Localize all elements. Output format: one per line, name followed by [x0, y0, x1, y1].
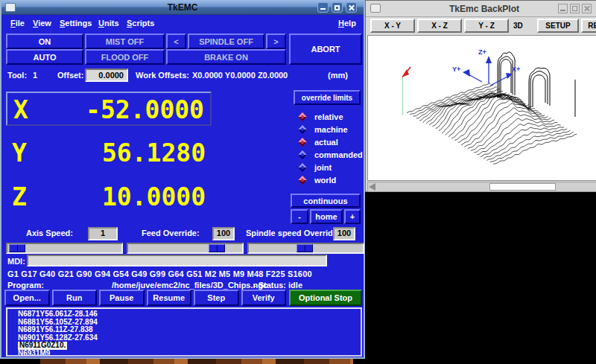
z-axis-label: Z+: [478, 48, 486, 56]
tkemc-titlebar[interactable]: TkEMC: [1, 0, 364, 15]
program-path: /home/juve/emc2/nc_files/3D_Chips.ngc: [112, 281, 267, 290]
home-button[interactable]: home: [310, 209, 343, 224]
scroll-left-icon[interactable]: [369, 183, 375, 191]
dro-y-label: Y: [12, 138, 27, 167]
menu-scripts[interactable]: Scripts: [127, 19, 154, 28]
reset-button[interactable]: RESET: [581, 19, 596, 33]
menu-units[interactable]: Units: [98, 19, 119, 28]
view-3d-label[interactable]: 3D: [513, 22, 523, 30]
spindle-override-label: Spindle speed Override:: [246, 229, 340, 237]
menubar: File View Settings Units Scripts Help: [1, 16, 364, 31]
view-xz-button[interactable]: X - Z: [417, 19, 462, 33]
spindle-button[interactable]: SPINDLE OFF: [188, 33, 264, 49]
y-axis-label: Y+: [452, 66, 460, 73]
window-title: TkEMC: [1, 2, 364, 13]
tool-value: 1: [33, 71, 37, 80]
feed-override-slider-thumb[interactable]: [209, 244, 225, 252]
flood-button[interactable]: FLOOD OFF: [85, 49, 165, 65]
brake-button[interactable]: BRAKE ON: [166, 49, 286, 65]
dro-z-value: 10.0000: [102, 182, 206, 211]
program-status: - Status: idle: [253, 281, 302, 290]
desktop-wallpaper-strip: [40, 359, 353, 364]
program-label: Program:: [7, 281, 44, 290]
axis-speed-slider-thumb[interactable]: [9, 244, 25, 252]
dro-axis-y[interactable]: Y 56.1280: [6, 136, 212, 170]
jog-plus-button[interactable]: +: [344, 209, 361, 224]
pause-button[interactable]: Pause: [99, 290, 145, 306]
dro-x-label: X: [13, 95, 28, 124]
x-axis-label: X+: [512, 66, 520, 73]
radio-joint-diamond-icon: [298, 163, 306, 171]
backplot-toolbar: X - Y X - Z Y - Z 3D SETUP RESET: [366, 17, 596, 35]
run-button[interactable]: Run: [52, 290, 98, 306]
dro-axis-z[interactable]: Z 10.0000: [6, 180, 212, 214]
setup-button[interactable]: SETUP: [537, 19, 579, 33]
dro-x-value: -52.0000: [86, 95, 204, 124]
feed-override-slider[interactable]: [127, 243, 244, 254]
backplot-close-icon[interactable]: [582, 4, 592, 13]
program-controls: Open... Run Pause Resume Step Verify: [4, 290, 286, 306]
gcode-line: N6901Y56.128Z-27.634: [18, 334, 361, 342]
tool-label: Tool:: [7, 71, 27, 80]
tool-offset-entry[interactable]: 0.0000: [85, 68, 128, 82]
resume-button[interactable]: Resume: [147, 290, 192, 306]
dro-axis-x[interactable]: X -52.0000: [6, 92, 212, 126]
dro-z-label: Z: [12, 182, 27, 211]
gcode-line: N6891Y56.11Z-27.838: [18, 326, 361, 334]
abort-button[interactable]: ABORT: [289, 33, 362, 65]
spindle-override-slider[interactable]: [247, 243, 364, 254]
verify-button[interactable]: Verify: [241, 290, 287, 306]
axis-speed-value: 1: [88, 227, 118, 240]
backplot-maximize-icon[interactable]: [570, 4, 580, 13]
jog-minus-button[interactable]: -: [291, 209, 308, 224]
backplot-titlebar[interactable]: TkEmc BackPlot: [366, 1, 596, 17]
backplot-minimize-icon[interactable]: [558, 4, 568, 13]
radio-relative-diamond-icon: [298, 112, 306, 121]
active-gcodes: G1 G17 G40 G21 G90 G94 G54 G49 G99 G64 G…: [7, 269, 312, 278]
axis-speed-slider[interactable]: [6, 243, 123, 254]
feed-override-value: 100: [212, 227, 235, 240]
spindle-override-slider-thumb[interactable]: [297, 244, 313, 252]
offset-label: Offset:: [57, 71, 83, 80]
maximize-icon[interactable]: [332, 2, 343, 13]
arch-shapes: [498, 52, 575, 117]
units-label: (mm): [328, 71, 348, 80]
backplot-h-scrollbar[interactable]: [367, 182, 596, 192]
step-button[interactable]: Step: [194, 290, 239, 306]
gcode-line-current: N6911G0Z10.: [18, 342, 67, 350]
mdi-label: MDI:: [7, 257, 25, 266]
mdi-input[interactable]: [27, 255, 327, 266]
menu-view[interactable]: View: [33, 19, 51, 28]
optional-stop-button[interactable]: Optional Stop: [289, 290, 362, 306]
machine-on-button[interactable]: ON: [6, 33, 83, 49]
menu-file[interactable]: File: [10, 19, 25, 28]
close-icon[interactable]: [346, 2, 357, 13]
feed-override-label: Feed Override:: [142, 229, 200, 237]
menu-settings[interactable]: Settings: [60, 19, 92, 28]
mode-auto-button[interactable]: AUTO: [6, 49, 83, 65]
radio-actual-diamond-icon: [298, 138, 306, 146]
gcode-line: N6871Y56.061Z-28.146: [18, 310, 361, 319]
backplot-3d-plot: Z+ Y+ X+: [368, 36, 596, 180]
program-text-display[interactable]: N6871Y56.061Z-28.146 N6881Y56.105Z-27.89…: [6, 307, 362, 357]
view-yz-button[interactable]: Y - Z: [464, 19, 509, 33]
view-xy-button[interactable]: X - Y: [370, 19, 415, 33]
open-button[interactable]: Open...: [4, 290, 50, 306]
spindle-decrease-button[interactable]: <: [166, 33, 186, 49]
radio-machine-diamond-icon: [298, 125, 306, 133]
override-limits-button[interactable]: override limits: [294, 90, 361, 105]
work-offsets-label: Work Offsets:: [136, 71, 189, 80]
scrollbar-thumb[interactable]: [489, 183, 556, 191]
tkemc-window: TkEMC File View Settings Units Scripts H…: [0, 0, 365, 359]
spindle-override-value: 100: [333, 227, 355, 240]
backplot-canvas[interactable]: Z+ Y+ X+: [367, 35, 596, 181]
gcode-line: N6931M9: [18, 350, 361, 357]
mist-button[interactable]: MIST OFF: [85, 33, 165, 49]
jog-mode-continuous-button[interactable]: continuous: [291, 194, 361, 208]
axes-arrows: [463, 56, 513, 86]
tool-marker: [402, 67, 410, 115]
minimize-icon[interactable]: [317, 2, 329, 13]
spindle-increase-button[interactable]: >: [266, 33, 286, 49]
work-offsets-value: X0.0000 Y0.0000 Z0.0000: [192, 71, 288, 80]
menu-help[interactable]: Help: [338, 19, 356, 28]
